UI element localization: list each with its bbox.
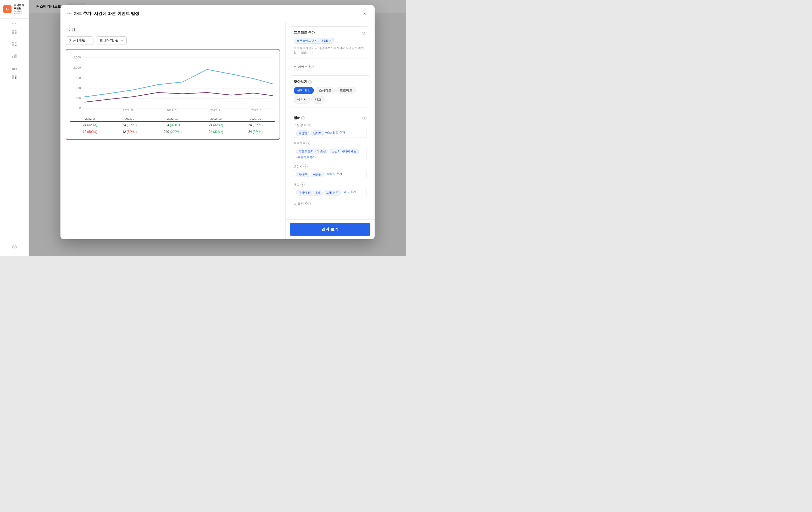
- svg-rect-6: [12, 44, 14, 46]
- moabogi-tab-creator[interactable]: 생성자: [294, 96, 310, 104]
- moabogi-tabs: 선택 안함 소싱경로 프로젝트 생성자 태그: [294, 87, 367, 104]
- val1-3: 24 (32%↑): [149, 122, 196, 129]
- svg-text:2,500: 2,500: [73, 56, 81, 59]
- val2-5: 24 (32%↑): [236, 128, 276, 135]
- add-filter-label: 필터 추가: [298, 201, 311, 206]
- sourcing-tag-1: 사람인: [296, 131, 310, 136]
- period-selected: 지난 3개월: [69, 38, 86, 43]
- result-button[interactable]: 결과 보기: [290, 223, 370, 236]
- moabogi-section: 모아보기 i 선택 안함 소싱경로 프로젝트 생성자 태그: [290, 76, 370, 107]
- sidebar: G 주식회사 두들린 Greeting Analytics ATS TRM: [0, 0, 29, 256]
- sourcing-label: 소싱 경로 ×: [294, 123, 367, 127]
- val2-3: 240 (200%↑): [149, 128, 196, 135]
- tag-filter: 태그 × 팀장님 평가 다기 포폴 검증 +태그 추가: [294, 182, 367, 197]
- sourcing-close[interactable]: ×: [307, 123, 311, 127]
- project-tag: 프론트엔드 엔지니어 DB ×: [294, 38, 334, 44]
- modal-body: ‹ 이전 지난 3개월 표시단위: 월: [60, 22, 375, 239]
- line-chart-svg: 2,500 2,000 1,500 1,000 500 0: [70, 54, 276, 111]
- filter-info-icon: i: [301, 116, 305, 120]
- tag-filter-label: 태그 ×: [294, 182, 367, 187]
- svg-rect-1: [14, 30, 17, 31]
- moabogi-info-icon: i: [308, 80, 312, 84]
- val2-1: 12 (50%↓): [70, 128, 110, 135]
- project-filter-close[interactable]: ×: [306, 141, 311, 145]
- sidebar-ats-label: ATS: [12, 21, 17, 25]
- svg-rect-4: [12, 42, 14, 44]
- svg-text:1,500: 1,500: [73, 76, 81, 79]
- project-description: 프로젝트가 얼마나 많은 후보자에게 추가되었는지 확인할 수 있습니다.: [294, 46, 367, 54]
- moabogi-tab-project[interactable]: 프로젝트: [337, 87, 356, 94]
- add-event-button[interactable]: ⊕ 이벤트 추가: [290, 63, 318, 71]
- tag-tags-input[interactable]: 팀장님 평가 다기 포폴 검증 +태그 추가: [294, 188, 367, 197]
- creator-tags-input[interactable]: 김태규 이창현 +생성자 추가: [294, 170, 367, 179]
- val1-4: 24 (32%↑): [196, 122, 236, 129]
- date-col-4: 2022. 10: [196, 115, 236, 122]
- date-col-3: 2022. 10: [149, 115, 196, 122]
- settings-panel-wrapper: 프로젝트 추가 × 프론트엔드 엔지니어 DB × 프로젝트가 얼마나 많은 후…: [286, 22, 375, 239]
- svg-rect-2: [12, 32, 14, 34]
- sidebar-chart-icon[interactable]: [9, 38, 20, 50]
- back-label: 이전: [68, 28, 75, 32]
- moabogi-tab-all[interactable]: 선택 안함: [294, 87, 314, 94]
- modal-close-button[interactable]: ×: [361, 10, 368, 17]
- svg-rect-7: [14, 45, 17, 46]
- svg-rect-9: [14, 55, 15, 58]
- tag-2: 포폴 검증: [324, 190, 341, 195]
- app-subtitle: Greeting Analytics: [13, 10, 25, 15]
- svg-text:2022. 5: 2022. 5: [123, 109, 133, 111]
- date-col-2: 2022. 9: [110, 115, 149, 122]
- svg-rect-5: [14, 42, 17, 44]
- filter-section-close[interactable]: ×: [362, 116, 367, 120]
- sourcing-add[interactable]: +소싱경로 추가: [325, 131, 345, 136]
- filter-title: 필터 i ×: [294, 115, 367, 120]
- chart-data-table: 2022. 8 2022. 9 2022. 10 2022. 10 2022. …: [70, 115, 276, 135]
- chart-controls: 지난 3개월 표시단위: 월: [66, 36, 280, 45]
- sourcing-tag-2: 원티드: [311, 131, 324, 136]
- filter-section: 필터 i × 소싱 경로 ×: [290, 112, 370, 211]
- project-section-close[interactable]: ×: [362, 31, 367, 35]
- project-section-title: 프로젝트 추가 ×: [294, 30, 367, 35]
- main-area: 커스텀 대시보드 검색 〜 차트 추가: 시간에 따른 이벤트 발생 × ‹ 이…: [29, 0, 406, 256]
- sourcing-filter: 소싱 경로 × 사람인 원티드 +소싱경로 추가: [294, 123, 367, 138]
- project-section: 프로젝트 추가 × 프론트엔드 엔지니어 DB × 프로젝트가 얼마나 많은 후…: [290, 26, 370, 58]
- sidebar-logo: G 주식회사 두들린 Greeting Analytics: [0, 0, 29, 19]
- project-tags-input[interactable]: 백엔드 엔지니어 소싱 상반기 시니어 채용 +프로젝트 추가: [294, 147, 367, 161]
- svg-text:2022. 6: 2022. 6: [167, 109, 176, 111]
- creator-add[interactable]: +생성자 추가: [325, 172, 342, 178]
- sidebar-grid-icon[interactable]: [9, 26, 20, 37]
- sourcing-tags-input[interactable]: 사람인 원티드 +소싱경로 추가: [294, 129, 367, 138]
- period-dropdown[interactable]: 지난 3개월: [66, 36, 94, 45]
- tag-add[interactable]: +태그 추가: [342, 190, 356, 195]
- project-tag-remove[interactable]: ×: [329, 39, 331, 43]
- val2-4: 24 (32%↑): [196, 128, 236, 135]
- project-filter-label: 프로젝트 ×: [294, 141, 367, 145]
- date-col-5: 2022. 10: [236, 115, 276, 122]
- unit-selected: 표시단위: 월: [99, 38, 118, 43]
- sidebar-trm-grid-icon[interactable]: [9, 71, 20, 83]
- project-add[interactable]: +프로젝트 추가: [296, 155, 316, 159]
- sidebar-analytics-icon[interactable]: [9, 50, 20, 61]
- result-btn-container: 결과 보기: [286, 219, 375, 239]
- svg-rect-13: [12, 77, 14, 79]
- chart-date-row: 2022. 8 2022. 9 2022. 10 2022. 10 2022. …: [70, 115, 276, 122]
- modal-header: 〜 차트 추가: 시간에 따른 이벤트 발생 ×: [60, 5, 375, 22]
- svg-rect-11: [12, 75, 14, 77]
- project-tag-group: 프론트엔드 엔지니어 DB ×: [294, 38, 367, 44]
- creator-close[interactable]: ×: [303, 164, 308, 168]
- modal-title: 차트 추가: 시간에 따른 이벤트 발생: [74, 11, 358, 17]
- project-tag-senior: 상반기 시니어 채용: [329, 149, 359, 154]
- tag-filter-close[interactable]: ×: [300, 182, 305, 187]
- moabogi-tab-source[interactable]: 소싱경로: [315, 87, 335, 94]
- unit-dropdown[interactable]: 표시단위: 월: [96, 36, 126, 45]
- tag-1: 팀장님 평가 다기: [296, 190, 322, 195]
- val1-5: 24 (32%↑): [236, 122, 276, 129]
- chart-container: 2,500 2,000 1,500 1,000 500 0: [66, 49, 280, 140]
- moabogi-tab-tag[interactable]: 태그: [312, 96, 325, 104]
- back-link[interactable]: ‹ 이전: [66, 28, 280, 32]
- chart-panel: ‹ 이전 지난 3개월 표시단위: 월: [60, 22, 286, 239]
- val1-1: 24 (32%↑): [70, 122, 110, 129]
- modal: 〜 차트 추가: 시간에 따른 이벤트 발생 × ‹ 이전 지난 3개월: [60, 5, 375, 239]
- add-filter-button[interactable]: ⊕ 필터 추가: [294, 200, 367, 207]
- sidebar-support-icon[interactable]: [9, 241, 20, 253]
- sidebar-ats-section: ATS: [0, 19, 29, 64]
